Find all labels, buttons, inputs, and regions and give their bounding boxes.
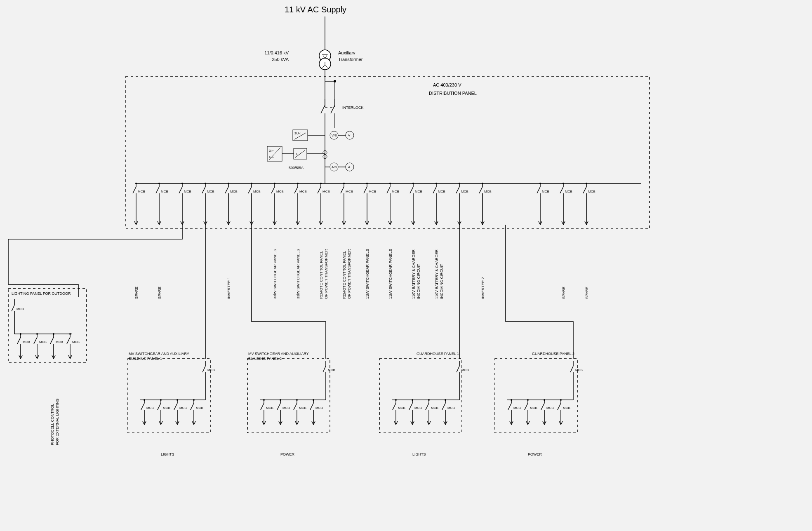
svg-text:MCB: MCB <box>179 406 187 410</box>
svg-rect-171 <box>247 359 330 433</box>
svg-text:3U<: 3U< <box>294 132 301 135</box>
svg-line-113 <box>583 187 586 193</box>
svg-line-81 <box>364 187 367 193</box>
guardhouse-panel-2: GUARDHOUSE PANEL 2 MCB MCBMCBMCBMCB POWE… <box>495 352 583 456</box>
svg-text:A/S: A/S <box>332 165 337 169</box>
svg-line-152 <box>141 403 144 410</box>
svg-text:MCB: MCB <box>207 368 215 372</box>
feeder-label: SPARE <box>585 287 589 299</box>
feeder-label: SPARE <box>134 287 139 299</box>
svg-line-73 <box>318 187 321 193</box>
mcb-label: MCB <box>184 190 191 193</box>
svg-rect-227 <box>495 359 577 433</box>
svg-text:MCB: MCB <box>513 406 521 410</box>
feeder-label: 33kV SWITCHGEAR PANELS <box>273 249 277 299</box>
mcb-label: MCB <box>207 190 214 193</box>
svg-text:A: A <box>348 165 351 169</box>
svg-rect-199 <box>379 359 462 433</box>
svg-text:MCB: MCB <box>546 406 554 410</box>
svg-line-236 <box>508 403 511 410</box>
svg-line-195 <box>310 403 313 410</box>
single-line-diagram: 11 kV AC Supply 11/0.416 kV 250 kVA Auxi… <box>0 0 812 531</box>
svg-text:LIGHTS: LIGHTS <box>412 452 426 456</box>
svg-line-93 <box>433 187 436 193</box>
relay-overcurrent: 3I> I>> <box>267 146 294 161</box>
svg-line-12 <box>331 105 335 113</box>
svg-text:MCB: MCB <box>414 406 422 410</box>
mcb-label: MCB <box>565 190 572 193</box>
mcb-label: MCB <box>161 190 168 193</box>
svg-text:MCB: MCB <box>266 406 273 410</box>
outdoor-lighting-panel: LIGHTING PANEL FOR OUTDOOR MCB MCBMCBMCB… <box>8 289 87 363</box>
svg-line-174 <box>323 366 326 372</box>
mcb-label: MCB <box>392 190 399 193</box>
svg-line-57 <box>225 187 228 193</box>
mcb-label: MCB <box>138 190 145 193</box>
svg-line-65 <box>271 187 275 193</box>
svg-text:MCB: MCB <box>163 406 170 410</box>
svg-line-124 <box>17 337 21 344</box>
svg-text:MCB: MCB <box>56 340 63 344</box>
svg-line-77 <box>341 187 344 193</box>
svg-text:MCB: MCB <box>146 406 154 410</box>
mcb-label: MCB <box>461 190 468 193</box>
mv-building-panel-2: MV SWITCHGEAR AND AUXILIARYBUILDING PANE… <box>247 352 335 456</box>
mcb-label: MCB <box>253 190 261 193</box>
svg-text:MCB: MCB <box>461 368 469 372</box>
svg-line-109 <box>560 187 563 193</box>
feeder-label: SPARE <box>158 287 162 299</box>
svg-text:MCB: MCB <box>196 406 203 410</box>
svg-line-185 <box>277 403 280 410</box>
svg-line-223 <box>442 403 445 410</box>
svg-line-69 <box>294 187 298 193</box>
svg-line-85 <box>387 187 390 193</box>
feeder-label: SPARE <box>562 287 566 299</box>
svg-text:MCB: MCB <box>39 340 47 344</box>
svg-line-129 <box>34 337 37 344</box>
svg-text:MCB: MCB <box>575 368 583 372</box>
svg-text:MV SWITCHGEAR AND AUXILIARYBUI: MV SWITCHGEAR AND AUXILIARYBUILDING PANE… <box>129 352 189 361</box>
feeder-label: 11kV SWITCHGEAR PANELS <box>388 249 393 299</box>
svg-text:GUARDHOUSE PANEL 2: GUARDHOUSE PANEL 2 <box>532 352 574 356</box>
svg-text:LIGHTING PANEL FOR OUTDOOR: LIGHTING PANEL FOR OUTDOOR <box>12 291 71 296</box>
svg-line-157 <box>158 403 161 410</box>
svg-line-101 <box>479 187 482 193</box>
feeder-label: REMOTE CONTROL PANEL <box>319 251 323 299</box>
svg-text:MCB: MCB <box>530 406 537 410</box>
relay-earth-fault: I↓ <box>294 148 327 159</box>
svg-rect-7 <box>126 76 650 229</box>
feeder-label: REMOTE CONTROL PANEL <box>342 251 346 299</box>
relay-voltage: 3U< V/S V <box>293 130 354 141</box>
svg-line-190 <box>294 403 297 410</box>
svg-text:MCB: MCB <box>431 406 438 410</box>
mcb-label: MCB <box>299 190 307 193</box>
transformer-symbol <box>319 50 331 70</box>
mcb-label: MCB <box>542 190 549 193</box>
svg-text:MCB: MCB <box>23 340 30 344</box>
svg-line-167 <box>191 403 194 410</box>
svg-text:LIGHTS: LIGHTS <box>161 452 174 456</box>
svg-text:MCB: MCB <box>398 406 405 410</box>
mcb-label: MCB <box>230 190 238 193</box>
mcb-label: MCB <box>484 190 492 193</box>
mcb-label: MCB <box>276 190 284 193</box>
feeder-label: 110V BATTERY & CHARGER <box>412 249 416 299</box>
svg-line-53 <box>202 187 205 193</box>
svg-rect-115 <box>8 289 87 363</box>
svg-text:V: V <box>348 134 351 137</box>
mcb-label: MCB <box>438 190 445 193</box>
feeder-label: INCOMING CIRCUIT <box>440 264 444 299</box>
feeder-label: 110V BATTERY & CHARGER <box>435 249 439 299</box>
svg-line-139 <box>67 337 70 344</box>
photocell-note: PHOTOCELL CONTROLFOR EXTERNAL LIGHTING <box>50 398 59 445</box>
svg-text:V/S: V/S <box>332 134 337 137</box>
svg-line-241 <box>525 403 528 410</box>
svg-line-97 <box>456 187 459 193</box>
svg-line-208 <box>393 403 396 410</box>
mcb-label: MCB <box>369 190 376 193</box>
svg-text:MCB: MCB <box>315 406 323 410</box>
interlock-label: INTERLOCK <box>342 106 364 110</box>
svg-line-202 <box>457 366 459 372</box>
svg-line-162 <box>174 403 177 410</box>
mcb-label: MCB <box>346 190 353 193</box>
